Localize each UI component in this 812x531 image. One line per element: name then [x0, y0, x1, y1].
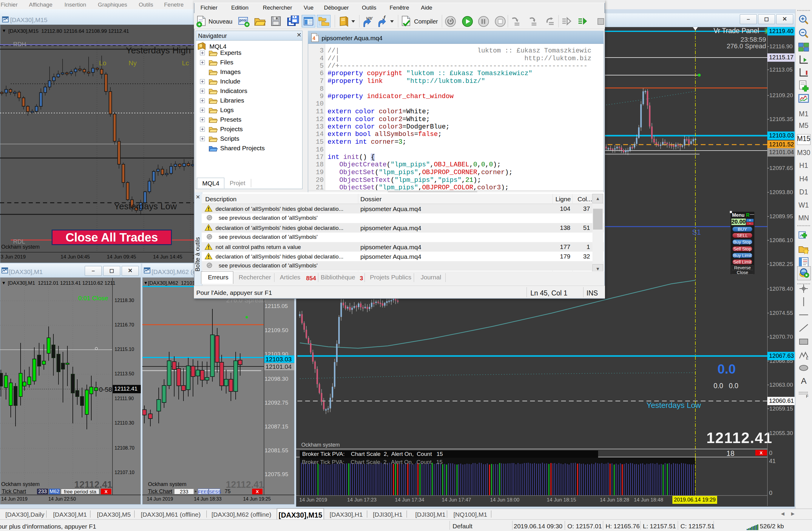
svg-text:var: var: [366, 15, 373, 20]
svg-text:F: F: [806, 394, 809, 399]
svg-text:A: A: [801, 376, 807, 385]
svg-text:E: E: [806, 356, 809, 360]
svg-text:4: 4: [313, 36, 315, 41]
svg-text:proj: proj: [239, 18, 247, 23]
